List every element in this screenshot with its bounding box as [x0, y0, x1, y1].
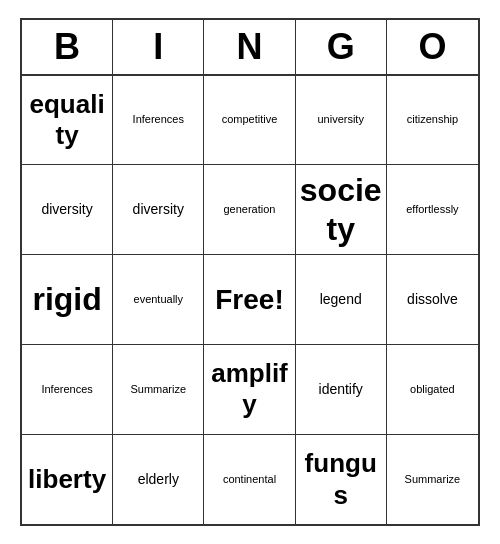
bingo-cell: continental — [204, 435, 295, 525]
bingo-cell: diversity — [113, 165, 204, 255]
bingo-cell: Inferences — [113, 76, 204, 166]
bingo-header: BINGO — [22, 20, 478, 76]
bingo-cell: liberty — [22, 435, 113, 525]
bingo-cell: obligated — [387, 345, 478, 435]
bingo-cell: Summarize — [387, 435, 478, 525]
bingo-cell: rigid — [22, 255, 113, 345]
header-letter: O — [387, 20, 478, 74]
header-letter: I — [113, 20, 204, 74]
bingo-cell: elderly — [113, 435, 204, 525]
bingo-cell: Inferences — [22, 345, 113, 435]
header-letter: B — [22, 20, 113, 74]
bingo-cell: society — [296, 165, 387, 255]
bingo-cell: Free! — [204, 255, 295, 345]
header-letter: G — [296, 20, 387, 74]
bingo-cell: eventually — [113, 255, 204, 345]
bingo-cell: identify — [296, 345, 387, 435]
bingo-cell: competitive — [204, 76, 295, 166]
bingo-cell: university — [296, 76, 387, 166]
bingo-cell: effortlessly — [387, 165, 478, 255]
bingo-cell: fungus — [296, 435, 387, 525]
bingo-card: BINGO equalityInferencescompetitiveunive… — [20, 18, 480, 527]
bingo-cell: equality — [22, 76, 113, 166]
bingo-cell: Summarize — [113, 345, 204, 435]
header-letter: N — [204, 20, 295, 74]
bingo-cell: dissolve — [387, 255, 478, 345]
bingo-cell: generation — [204, 165, 295, 255]
bingo-grid: equalityInferencescompetitiveuniversityc… — [22, 76, 478, 525]
bingo-cell: diversity — [22, 165, 113, 255]
bingo-cell: amplify — [204, 345, 295, 435]
bingo-cell: citizenship — [387, 76, 478, 166]
bingo-cell: legend — [296, 255, 387, 345]
